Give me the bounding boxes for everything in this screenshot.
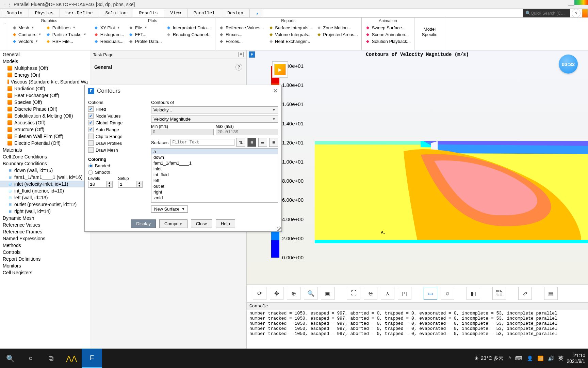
light-icon[interactable]: ☼ xyxy=(441,287,454,300)
tray-volume-icon[interactable]: 🔊 xyxy=(548,355,554,362)
ribbon-item-referencevalues[interactable]: ◆Reference Values... xyxy=(217,25,265,31)
tree-section-item[interactable]: Report Definitions xyxy=(0,256,90,262)
task-page-close[interactable]: ✕ xyxy=(238,52,244,57)
surfaces-filter-input[interactable] xyxy=(170,139,234,146)
tree-model-item[interactable]: Multiphase (Off) xyxy=(0,65,90,72)
surface-item[interactable]: down xyxy=(151,154,278,160)
minimize-button[interactable]: — xyxy=(568,1,574,9)
select-all-icon[interactable]: ≡ xyxy=(247,138,256,147)
tree-section-item[interactable]: Boundary Conditions xyxy=(0,160,90,167)
surface-item[interactable]: outlet xyxy=(151,183,278,189)
checkbox-icon[interactable] xyxy=(88,106,94,112)
axes-icon[interactable]: ⋏ xyxy=(381,287,394,300)
tree-model-item[interactable]: Energy (On) xyxy=(0,72,90,78)
quick-search-input[interactable] xyxy=(531,11,568,16)
tree-section-item[interactable]: Methods xyxy=(0,242,90,249)
ribbon-item-mesh[interactable]: ◆Mesh▼ xyxy=(10,25,43,31)
tree-boundary-item[interactable]: ⊞inlet (velocity-inlet, id=11) xyxy=(0,181,90,187)
tree-model-item[interactable]: Solidification & Melting (Off) xyxy=(0,112,90,119)
tray-wifi-icon[interactable]: 📶 xyxy=(537,355,544,362)
surfaces-list[interactable]: adownfam1_1/fam1____1inletint_fluidlefto… xyxy=(151,148,278,203)
radio-icon[interactable] xyxy=(88,164,93,168)
ribbon-item-sweepsurface[interactable]: ◆Sweep Surface... xyxy=(364,25,412,31)
checkbox-icon[interactable] xyxy=(88,140,94,146)
tab-solution[interactable]: Solution xyxy=(99,9,133,17)
ribbon-item-solutionplayback[interactable]: ◆Solution Playback... xyxy=(364,38,412,44)
tree-model-item[interactable]: Species (Off) xyxy=(0,99,90,106)
taskbar-clock[interactable]: 21:10 2021/9/1 xyxy=(567,353,586,364)
tab-view[interactable]: View xyxy=(164,9,187,17)
tree-boundary-item[interactable]: ⊞down (wall, id=15) xyxy=(0,167,90,174)
ribbon-item-zonemotion[interactable]: ◆Zone Motion... xyxy=(315,25,359,31)
tree-boundary-item[interactable]: ⊞outlet (pressure-outlet, id=12) xyxy=(0,201,90,208)
ribbon-item-volumeintegrals[interactable]: ◆Volume Integrals... xyxy=(267,31,313,37)
option-auto-range[interactable]: Auto Range xyxy=(88,127,148,132)
tree-section-item[interactable]: Dynamic Mesh xyxy=(0,215,90,221)
copy-icon[interactable]: ⿻ xyxy=(492,287,506,300)
tab-serdefine[interactable]: ser-Define xyxy=(60,9,99,17)
tree-model-item[interactable]: Heat Exchanger (Off) xyxy=(0,92,90,99)
setup-stepper[interactable]: ▲▼ xyxy=(118,181,143,188)
tab-physics[interactable]: Physics xyxy=(29,9,60,17)
ribbon-item-heatexchanger[interactable]: ◆Heat Exchanger... xyxy=(267,38,313,44)
ribbon-item-forces[interactable]: ◆Forces... xyxy=(217,38,265,44)
tab-domain[interactable]: Domain xyxy=(0,9,29,17)
tree-section-item[interactable]: Named Expressions xyxy=(0,235,90,242)
compute-button[interactable]: Compute xyxy=(159,219,187,228)
option-node-values[interactable]: Node Values xyxy=(88,113,148,119)
ribbon-ellipsis[interactable]: .. xyxy=(2,20,7,26)
ortho-icon[interactable]: ◰ xyxy=(398,287,411,300)
pan-icon[interactable]: ✥ xyxy=(270,287,283,300)
coloring-smooth[interactable]: Smooth xyxy=(88,170,148,175)
surface-item[interactable]: int_fluid xyxy=(151,172,278,178)
help-icon[interactable]: ? xyxy=(572,9,581,18)
filter-icon[interactable]: ⇅ xyxy=(236,138,245,147)
quick-search[interactable]: 🔍 xyxy=(523,9,570,17)
tree-boundary-item[interactable]: ⊞right (wall, id=14) xyxy=(0,208,90,215)
ribbon-item-surfaceintegrals[interactable]: ◆Surface Integrals... xyxy=(267,25,313,31)
tree-section-item[interactable]: Reference Values xyxy=(0,221,90,228)
app-fluent-icon[interactable]: F xyxy=(82,349,102,368)
cube-icon[interactable]: ◧ xyxy=(467,287,480,300)
tab-design[interactable]: Design xyxy=(221,9,250,17)
ribbon-item-contours[interactable]: ◆Contours▼ xyxy=(10,31,43,37)
tree-boundary-item[interactable]: ⊞int_fluid (interior, id=10) xyxy=(0,187,90,194)
ribbon-item-hsffile[interactable]: ◆HSF File... xyxy=(44,38,88,44)
surface-item[interactable]: left xyxy=(151,178,278,183)
app-ansys-icon[interactable]: ⋀⋀ xyxy=(61,349,82,368)
ribbon-item-interpolateddata[interactable]: ◆Interpolated Data... xyxy=(165,25,213,31)
tree-model-item[interactable]: Eulerian Wall Film (Off) xyxy=(0,133,90,140)
field-select-2[interactable]: Velocity Magnitude ▼ xyxy=(151,116,278,123)
side-toolbar-btn-1[interactable]: ▶ xyxy=(274,64,286,75)
ribbon-item-file[interactable]: ◆File▼ xyxy=(127,25,163,31)
tree-section-item[interactable]: Controls xyxy=(0,249,90,256)
ribbon-model-specific[interactable]: Model Specific xyxy=(414,18,445,50)
levels-stepper[interactable]: ▲▼ xyxy=(88,181,113,188)
zoom-fit-icon[interactable]: ⛶ xyxy=(347,287,360,300)
setup-input[interactable] xyxy=(118,181,136,187)
ribbon-item-profiledata[interactable]: ◆Profile Data... xyxy=(127,38,163,44)
checkbox-icon[interactable] xyxy=(88,120,94,125)
graphics-viewport[interactable]: F Contours of Velocity Magnitude (m/s) 0… xyxy=(247,50,588,349)
rotate-icon[interactable]: ⟳ xyxy=(253,287,266,300)
up-arrow-icon[interactable]: ▲ xyxy=(107,181,112,184)
tab-results[interactable]: Results xyxy=(133,9,164,17)
checkbox-icon[interactable] xyxy=(88,147,94,153)
tray-chevron-icon[interactable]: ^ xyxy=(508,355,511,361)
task-view-icon[interactable]: ⧉ xyxy=(41,349,61,368)
tray-keyboard-icon[interactable]: ⌨ xyxy=(515,355,523,362)
new-surface-button[interactable]: New Surface ▼ xyxy=(151,205,188,213)
ribbon-item-projectedareas[interactable]: ◆Projected Areas... xyxy=(315,31,359,37)
doc-icon[interactable]: ▤ xyxy=(544,287,558,300)
cortana-icon[interactable]: ○ xyxy=(20,349,41,368)
tree-general[interactable]: General xyxy=(0,51,90,58)
select-visible-icon[interactable]: ≣ xyxy=(258,138,267,147)
surface-item[interactable]: right xyxy=(151,189,278,195)
tree-boundary-item[interactable]: ⊞left (wall, id=13) xyxy=(0,194,90,201)
tab-parallel[interactable]: Parallel xyxy=(187,9,221,17)
tray-people-icon[interactable]: 👤 xyxy=(527,355,533,362)
ribbon-item-pathlines[interactable]: ◆Pathlines▼ xyxy=(44,25,88,31)
close-button[interactable]: Close xyxy=(191,219,212,228)
ribbon-side-button[interactable] xyxy=(582,9,588,18)
tree-model-item[interactable]: Discrete Phase (Off) xyxy=(0,106,90,112)
